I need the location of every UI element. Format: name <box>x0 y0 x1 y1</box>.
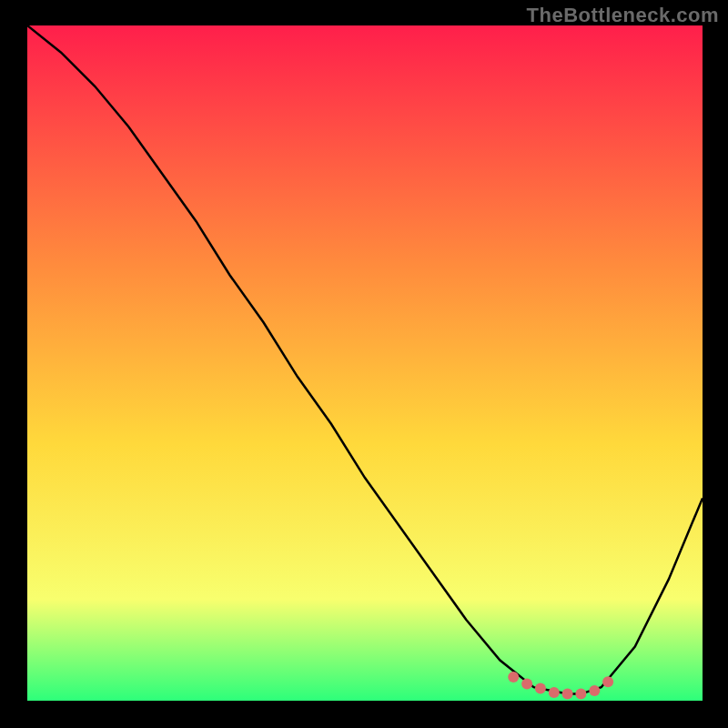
valley-marker <box>508 672 519 682</box>
valley-marker <box>575 689 586 700</box>
valley-marker <box>562 689 573 700</box>
valley-marker <box>535 683 546 694</box>
plot-area <box>27 25 703 701</box>
valley-marker <box>589 685 600 696</box>
watermark-text: TheBottleneck.com <box>527 4 719 27</box>
valley-marker <box>602 676 613 687</box>
bottleneck-chart <box>27 25 703 701</box>
valley-marker <box>521 679 532 690</box>
chart-frame: TheBottleneck.com <box>0 0 728 728</box>
valley-marker <box>549 687 560 698</box>
